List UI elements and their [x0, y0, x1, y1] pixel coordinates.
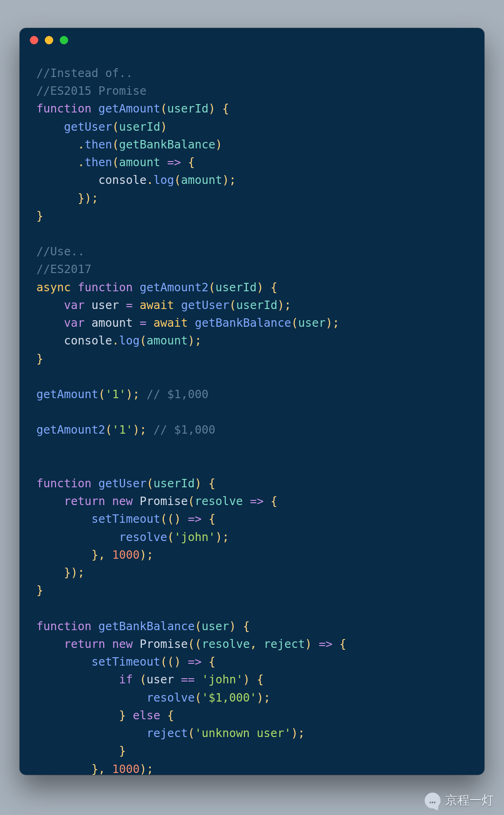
- watermark: … 京程一灯: [425, 792, 494, 808]
- window-titlebar: [20, 28, 484, 52]
- wechat-icon: …: [425, 793, 441, 808]
- zoom-icon[interactable]: [60, 36, 68, 44]
- watermark-label: 京程一灯: [445, 792, 494, 808]
- minimize-icon[interactable]: [45, 36, 53, 44]
- close-icon[interactable]: [30, 36, 38, 44]
- code-block: //Instead of.. //ES2015 Promise function…: [20, 52, 484, 775]
- code-window: //Instead of.. //ES2015 Promise function…: [20, 28, 484, 775]
